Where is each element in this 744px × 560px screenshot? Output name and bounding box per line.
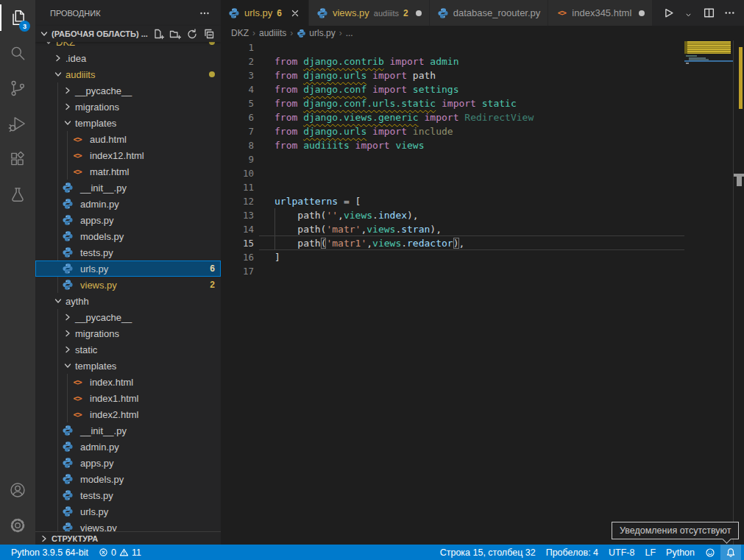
code-line-4[interactable]: 4from django.conf import settings [221,82,744,96]
code-line-14[interactable]: 14 path('matr',views.stran), [221,222,744,236]
status-indentation[interactable]: Пробелов: 4 [541,545,603,560]
tree-item-migrations[interactable]: migrations [35,325,221,341]
tree-item-index12.html[interactable]: <>index12.html [35,147,221,163]
breadcrumb-item-DKZ[interactable]: DKZ [231,28,249,38]
tree-item-index1.html[interactable]: <>index1.html [35,390,221,406]
more-actions-button[interactable] [722,6,737,21]
token: RedirectView [464,112,534,123]
tab-index345.html[interactable]: <>index345.html [548,0,653,26]
tree-item-.idea[interactable]: .idea [35,50,221,66]
close-icon[interactable] [289,7,301,19]
new-folder-icon[interactable] [169,28,181,40]
status-cursor-position[interactable]: Строка 15, столбец 32 [435,545,541,560]
breadcrumb-item-...[interactable]: ... [346,28,353,38]
code-line-8[interactable]: 8from audiiits import views [221,138,744,152]
tree-item-aud.html[interactable]: <>aud.html [35,131,221,147]
tree-item-views.py[interactable]: views.py2 [35,277,221,293]
tree-item-__pycache__[interactable]: __pycache__ [35,309,221,325]
code-line-1[interactable]: 1 [221,40,744,54]
tree-item-urls.py[interactable]: urls.py6 [35,260,221,277]
token: path [274,238,321,249]
tree-item-static[interactable]: static [35,341,221,358]
tree-item-aythh[interactable]: aythh [35,293,221,309]
html-file-icon: <> [71,376,83,388]
token: include [413,126,453,137]
tab-views.py[interactable]: views.pyaudiiits2 [309,0,430,26]
tree-item-views.py[interactable]: views.py [35,520,221,531]
tree-item-audiiits[interactable]: audiiits [35,66,221,82]
activity-item-run-debug[interactable] [0,106,35,141]
tree-item-matr.html[interactable]: <>matr.html [35,163,221,180]
tree-item-index2.html[interactable]: <>index2.html [35,406,221,422]
tab-database_roouter.py[interactable]: database_roouter.py [430,0,549,26]
code-line-5[interactable]: 5from django.conf.urls.static import sta… [221,96,744,110]
run-dropdown-button[interactable] [681,6,695,21]
tree-item-urls.py[interactable]: urls.py [35,503,221,520]
status-encoding[interactable]: UTF-8 [603,545,640,560]
code-line-12[interactable]: 12urlpatterns = [ [221,194,744,208]
status-language-mode[interactable]: Python [661,545,700,560]
more-icon[interactable] [199,7,210,19]
tree-item-models.py[interactable]: models.py [35,471,221,487]
code-line-11[interactable]: 11 [221,180,744,194]
line-number: 16 [221,250,254,264]
tree-item-admin.py[interactable]: admin.py [35,439,221,455]
code-line-9[interactable]: 9 [221,152,744,166]
activity-item-explorer[interactable]: 3 [0,0,35,35]
breadcrumb-item-urls.py[interactable]: urls.py [297,28,335,38]
line-number: 7 [221,124,254,138]
tree-item-__pycache__[interactable]: __pycache__ [35,82,221,99]
split-editor-button[interactable] [701,6,716,21]
code-line-2[interactable]: 2from django.contrib import admin [221,54,744,68]
code-editor[interactable]: 12from django.contrib import admin3from … [221,40,744,545]
chevron-right-icon [62,311,74,323]
tree-item-apps.py[interactable]: apps.py [35,212,221,228]
tree-item-admin.py[interactable]: admin.py [35,196,221,212]
code-line-3[interactable]: 3from django.urls import path [221,68,744,82]
code-line-6[interactable]: 6from django.views.generic import Redire… [221,110,744,124]
tree-item-tests.py[interactable]: tests.py [35,487,221,503]
tree-item-templates[interactable]: templates [35,115,221,131]
code-line-16[interactable]: 16] [221,250,744,264]
breadcrumb-item-audiiits[interactable]: audiiits [259,28,286,38]
tree-item-templates[interactable]: templates [35,358,221,374]
token: '' [326,210,338,221]
workspace-section-header[interactable]: (РАБОЧАЯ ОБЛАСТЬ) ... [35,26,221,42]
modified-dot [209,71,215,77]
tree-item-models.py[interactable]: models.py [35,228,221,244]
new-file-icon[interactable] [152,28,164,40]
code-line-15[interactable]: 15 path('matr1',views.redactor), [221,236,744,250]
tree-item-label: migrations [75,102,119,113]
status-notifications[interactable] [720,545,741,560]
tree-item-migrations[interactable]: migrations [35,99,221,115]
code-line-13[interactable]: 13 path('',views.index), [221,208,744,222]
code-line-7[interactable]: 7from django.urls import include [221,124,744,138]
activity-item-account[interactable] [0,472,35,508]
line-number: 2 [221,54,254,68]
activity-item-settings[interactable] [0,508,35,543]
code-line-17[interactable]: 17 [221,264,744,278]
token: admin [430,56,458,67]
token: , [366,238,372,249]
status-feedback[interactable] [700,545,720,560]
status-eol[interactable]: LF [640,545,661,560]
tree-item-index.html[interactable]: <>index.html [35,374,221,390]
refresh-icon[interactable] [186,28,198,40]
collapse-all-icon[interactable] [203,28,215,40]
activity-item-search[interactable] [0,35,35,71]
tab-urls.py[interactable]: urls.py6 [221,0,309,26]
code-line-10[interactable]: 10 [221,166,744,180]
tree-item-DKZ[interactable]: DKZ [35,42,221,50]
activity-item-source-control[interactable] [0,71,35,106]
activity-item-extensions[interactable] [0,141,35,177]
activity-item-testing[interactable] [0,177,35,212]
token: settings [413,84,459,95]
status-python-version[interactable]: Python 3.9.5 64-bit [6,545,93,560]
status-problems[interactable]: 011 [93,545,146,560]
tree-item-tests.py[interactable]: tests.py [35,244,221,260]
tree-item-__init__.py[interactable]: __init__.py [35,422,221,439]
tree-item-apps.py[interactable]: apps.py [35,455,221,471]
tree-item-__init__.py[interactable]: __init__.py [35,180,221,196]
run-button[interactable] [660,6,675,21]
outline-section-header[interactable]: СТРУКТУРА [35,531,221,545]
